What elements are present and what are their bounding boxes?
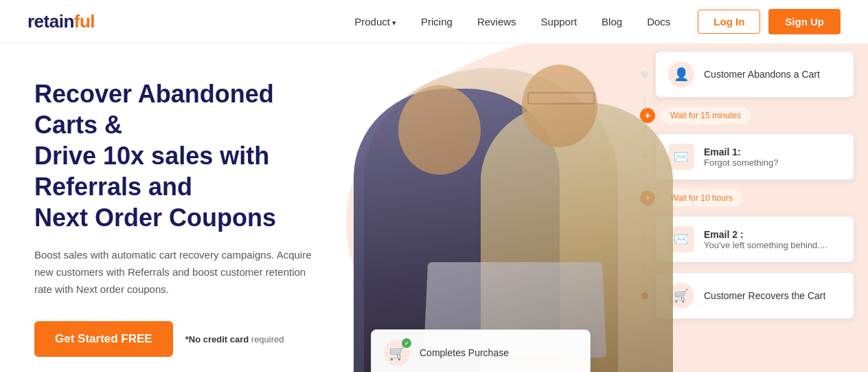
nav-support[interactable]: Support bbox=[541, 16, 578, 28]
logo-accent: ful bbox=[74, 11, 95, 32]
nav-pricing[interactable]: Pricing bbox=[421, 16, 453, 28]
card-purchase: 🛒 ✓ Completes Purchase bbox=[371, 329, 591, 372]
nav-docs[interactable]: Docs bbox=[647, 16, 670, 28]
nav-product[interactable]: Product bbox=[354, 16, 396, 28]
hero-subtitle: Boost sales with automatic cart recovery… bbox=[34, 247, 316, 298]
hero-title: Recover Abandoned Carts & Drive 10x sale… bbox=[34, 78, 316, 233]
hero-left: Recover Abandoned Carts & Drive 10x sale… bbox=[0, 44, 343, 372]
nav-reviews[interactable]: Reviews bbox=[477, 16, 516, 28]
green-check-badge: ✓ bbox=[402, 338, 411, 348]
hero-section: Recover Abandoned Carts & Drive 10x sale… bbox=[0, 44, 868, 372]
purchase-cart-icon: 🛒 ✓ bbox=[384, 340, 410, 366]
logo: retainful bbox=[27, 11, 95, 32]
hero-right: 👤 Customer Abandons a Cart + Wait for 15… bbox=[343, 44, 868, 372]
nav-blog[interactable]: Blog bbox=[602, 16, 622, 28]
card-purchase-text: Completes Purchase bbox=[420, 347, 509, 358]
login-button[interactable]: Log In bbox=[698, 10, 760, 34]
header: retainful Product Pricing Reviews Suppor… bbox=[0, 0, 868, 44]
cta-row: Get Started FREE *No credit card require… bbox=[34, 321, 316, 357]
card-purchase-wrap: 🛒 ✓ Completes Purchase bbox=[371, 329, 591, 372]
no-credit-card-text: *No credit card required bbox=[185, 334, 284, 344]
signup-button[interactable]: Sign Up bbox=[768, 9, 841, 34]
nav: Product Pricing Reviews Support Blog Doc… bbox=[354, 16, 670, 28]
get-started-button[interactable]: Get Started FREE bbox=[34, 321, 173, 357]
